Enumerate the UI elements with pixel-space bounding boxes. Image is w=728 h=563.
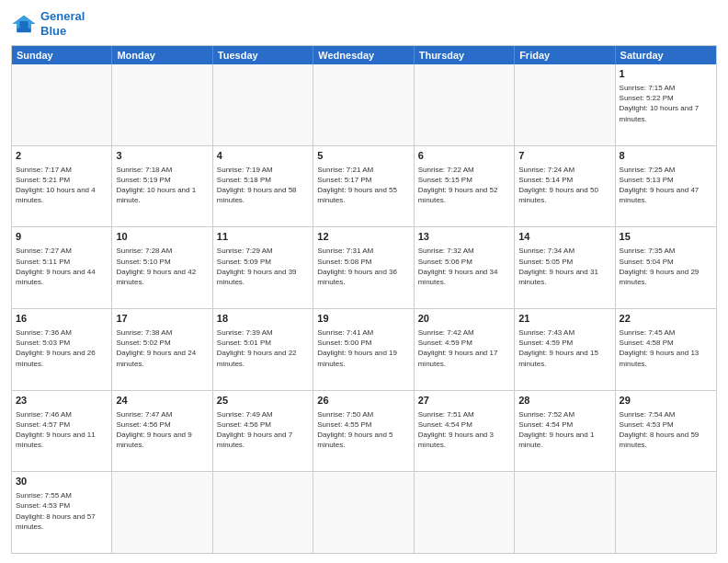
- day-info: Sunrise: 7:36 AM Sunset: 5:03 PM Dayligh…: [16, 327, 108, 369]
- calendar-header: SundayMondayTuesdayWednesdayThursdayFrid…: [12, 46, 716, 64]
- day-number: 11: [217, 230, 309, 244]
- day-info: Sunrise: 7:38 AM Sunset: 5:02 PM Dayligh…: [116, 327, 208, 369]
- day-number: 16: [16, 312, 108, 326]
- day-number: 23: [16, 394, 108, 408]
- day-number: 10: [116, 230, 208, 244]
- day-number: 30: [16, 475, 108, 488]
- day-info: Sunrise: 7:29 AM Sunset: 5:09 PM Dayligh…: [217, 246, 309, 287]
- day-cell-25: 25Sunrise: 7:49 AM Sunset: 4:56 PM Dayli…: [213, 391, 313, 472]
- day-cell-12: 12Sunrise: 7:31 AM Sunset: 5:08 PM Dayli…: [313, 227, 414, 308]
- day-number: 17: [116, 312, 208, 326]
- header-day-sunday: Sunday: [12, 46, 112, 64]
- day-cell-17: 17Sunrise: 7:38 AM Sunset: 5:02 PM Dayli…: [112, 309, 212, 390]
- day-info: Sunrise: 7:31 AM Sunset: 5:08 PM Dayligh…: [317, 246, 409, 287]
- day-number: 18: [217, 312, 309, 326]
- empty-cell: [112, 472, 212, 553]
- day-info: Sunrise: 7:34 AM Sunset: 5:05 PM Dayligh…: [518, 246, 610, 287]
- header-day-saturday: Saturday: [616, 46, 716, 64]
- day-info: Sunrise: 7:43 AM Sunset: 4:59 PM Dayligh…: [518, 327, 610, 369]
- day-info: Sunrise: 7:55 AM Sunset: 4:53 PM Dayligh…: [16, 490, 108, 532]
- day-number: 15: [620, 230, 712, 244]
- logo: General Blue: [11, 9, 85, 38]
- day-cell-20: 20Sunrise: 7:42 AM Sunset: 4:59 PM Dayli…: [415, 309, 515, 390]
- day-number: 2: [16, 149, 108, 163]
- day-info: Sunrise: 7:52 AM Sunset: 4:54 PM Dayligh…: [518, 409, 610, 451]
- day-number: 6: [418, 149, 510, 163]
- day-info: Sunrise: 7:50 AM Sunset: 4:55 PM Dayligh…: [317, 409, 409, 451]
- day-cell-11: 11Sunrise: 7:29 AM Sunset: 5:09 PM Dayli…: [213, 227, 313, 308]
- day-info: Sunrise: 7:32 AM Sunset: 5:06 PM Dayligh…: [418, 246, 510, 287]
- empty-cell: [213, 64, 313, 145]
- calendar: SundayMondayTuesdayWednesdayThursdayFrid…: [11, 45, 717, 554]
- empty-cell: [213, 472, 313, 553]
- empty-cell: [415, 472, 515, 553]
- day-number: 7: [518, 149, 610, 163]
- day-info: Sunrise: 7:54 AM Sunset: 4:53 PM Dayligh…: [620, 409, 712, 451]
- day-cell-14: 14Sunrise: 7:34 AM Sunset: 5:05 PM Dayli…: [515, 227, 615, 308]
- day-cell-10: 10Sunrise: 7:28 AM Sunset: 5:10 PM Dayli…: [112, 227, 212, 308]
- day-cell-22: 22Sunrise: 7:45 AM Sunset: 4:58 PM Dayli…: [616, 309, 716, 390]
- header-day-wednesday: Wednesday: [313, 46, 414, 64]
- day-cell-15: 15Sunrise: 7:35 AM Sunset: 5:04 PM Dayli…: [616, 227, 716, 308]
- empty-cell: [415, 64, 515, 145]
- day-info: Sunrise: 7:47 AM Sunset: 4:56 PM Dayligh…: [116, 409, 208, 451]
- day-info: Sunrise: 7:35 AM Sunset: 5:04 PM Dayligh…: [620, 246, 712, 287]
- logo-blue: Blue: [40, 24, 66, 38]
- day-number: 4: [217, 149, 309, 163]
- day-cell-2: 2Sunrise: 7:17 AM Sunset: 5:21 PM Daylig…: [12, 146, 112, 227]
- day-cell-26: 26Sunrise: 7:50 AM Sunset: 4:55 PM Dayli…: [313, 391, 414, 472]
- day-info: Sunrise: 7:22 AM Sunset: 5:15 PM Dayligh…: [418, 165, 510, 206]
- day-cell-27: 27Sunrise: 7:51 AM Sunset: 4:54 PM Dayli…: [415, 391, 515, 472]
- day-number: 29: [620, 394, 712, 408]
- day-info: Sunrise: 7:45 AM Sunset: 4:58 PM Dayligh…: [620, 327, 712, 369]
- day-number: 20: [418, 312, 510, 326]
- day-info: Sunrise: 7:25 AM Sunset: 5:13 PM Dayligh…: [620, 165, 712, 206]
- day-number: 5: [317, 149, 409, 163]
- day-info: Sunrise: 7:51 AM Sunset: 4:54 PM Dayligh…: [418, 409, 510, 451]
- day-number: 8: [620, 149, 712, 163]
- day-cell-19: 19Sunrise: 7:41 AM Sunset: 5:00 PM Dayli…: [313, 309, 414, 390]
- calendar-week-6: 30Sunrise: 7:55 AM Sunset: 4:53 PM Dayli…: [12, 471, 716, 553]
- day-info: Sunrise: 7:28 AM Sunset: 5:10 PM Dayligh…: [116, 246, 208, 287]
- day-number: 9: [16, 230, 108, 244]
- day-number: 12: [317, 230, 409, 244]
- day-cell-24: 24Sunrise: 7:47 AM Sunset: 4:56 PM Dayli…: [112, 391, 212, 472]
- day-info: Sunrise: 7:19 AM Sunset: 5:18 PM Dayligh…: [217, 165, 309, 206]
- day-info: Sunrise: 7:24 AM Sunset: 5:14 PM Dayligh…: [518, 165, 610, 206]
- header-day-thursday: Thursday: [415, 46, 515, 64]
- logo-general: General: [40, 9, 85, 23]
- day-number: 3: [116, 149, 208, 163]
- header-day-monday: Monday: [112, 46, 212, 64]
- day-cell-13: 13Sunrise: 7:32 AM Sunset: 5:06 PM Dayli…: [415, 227, 515, 308]
- day-info: Sunrise: 7:39 AM Sunset: 5:01 PM Dayligh…: [217, 327, 309, 369]
- header-day-friday: Friday: [515, 46, 615, 64]
- day-info: Sunrise: 7:18 AM Sunset: 5:19 PM Dayligh…: [116, 165, 208, 206]
- empty-cell: [12, 64, 112, 145]
- empty-cell: [112, 64, 212, 145]
- day-info: Sunrise: 7:21 AM Sunset: 5:17 PM Dayligh…: [317, 165, 409, 206]
- calendar-week-3: 9Sunrise: 7:27 AM Sunset: 5:11 PM Daylig…: [12, 226, 716, 308]
- day-number: 26: [317, 394, 409, 408]
- day-cell-9: 9Sunrise: 7:27 AM Sunset: 5:11 PM Daylig…: [12, 227, 112, 308]
- day-info: Sunrise: 7:49 AM Sunset: 4:56 PM Dayligh…: [217, 409, 309, 451]
- day-cell-30: 30Sunrise: 7:55 AM Sunset: 4:53 PM Dayli…: [12, 472, 112, 553]
- day-info: Sunrise: 7:15 AM Sunset: 5:22 PM Dayligh…: [620, 83, 712, 124]
- logo-text: General Blue: [40, 9, 85, 38]
- empty-cell: [313, 472, 414, 553]
- day-cell-23: 23Sunrise: 7:46 AM Sunset: 4:57 PM Dayli…: [12, 391, 112, 472]
- day-number: 19: [317, 312, 409, 326]
- day-cell-5: 5Sunrise: 7:21 AM Sunset: 5:17 PM Daylig…: [313, 146, 414, 227]
- empty-cell: [616, 472, 716, 553]
- day-cell-21: 21Sunrise: 7:43 AM Sunset: 4:59 PM Dayli…: [515, 309, 615, 390]
- day-cell-18: 18Sunrise: 7:39 AM Sunset: 5:01 PM Dayli…: [213, 309, 313, 390]
- day-cell-16: 16Sunrise: 7:36 AM Sunset: 5:03 PM Dayli…: [12, 309, 112, 390]
- empty-cell: [313, 64, 414, 145]
- empty-cell: [515, 64, 615, 145]
- day-number: 25: [217, 394, 309, 408]
- day-cell-28: 28Sunrise: 7:52 AM Sunset: 4:54 PM Dayli…: [515, 391, 615, 472]
- day-number: 13: [418, 230, 510, 244]
- day-cell-6: 6Sunrise: 7:22 AM Sunset: 5:15 PM Daylig…: [415, 146, 515, 227]
- calendar-body: 1Sunrise: 7:15 AM Sunset: 5:22 PM Daylig…: [12, 64, 716, 553]
- day-info: Sunrise: 7:42 AM Sunset: 4:59 PM Dayligh…: [418, 327, 510, 369]
- day-cell-1: 1Sunrise: 7:15 AM Sunset: 5:22 PM Daylig…: [616, 64, 716, 145]
